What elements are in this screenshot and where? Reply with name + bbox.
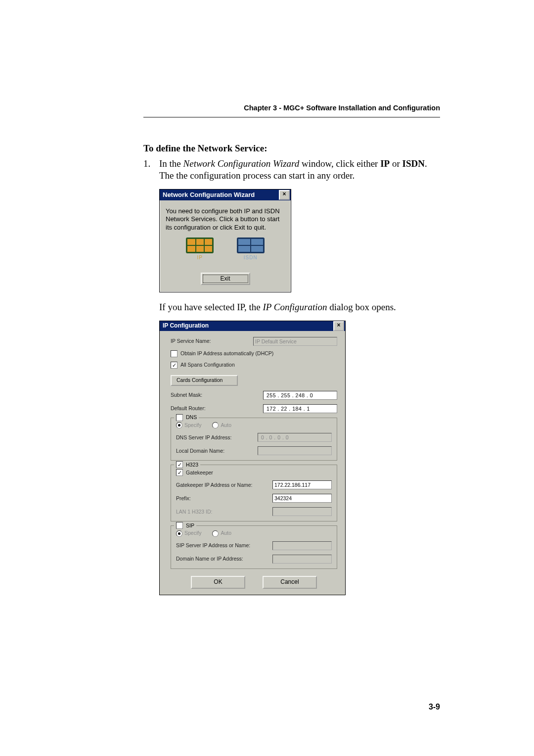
after-wizard-text: If you have selected IP, the IP Configur…: [159, 301, 440, 314]
service-name-label: IP Service Name:: [171, 338, 253, 345]
sip-domain-input[interactable]: [272, 555, 332, 564]
dns-group: DNS Specify Auto DNS Server IP Address: …: [171, 418, 337, 461]
chapter-header: Chapter 3 - MGC+ Software Installation a…: [143, 104, 440, 118]
ip-chip-icon: [186, 237, 214, 253]
subnet-input[interactable]: 255 . 255 . 248 . 0: [263, 391, 337, 400]
isdn-chip-icon: [237, 237, 265, 253]
dhcp-label: Obtain IP Address automatically (DHCP): [180, 350, 337, 357]
ip-configuration-dialog: IP Configuration × IP Service Name: IP D…: [159, 321, 346, 595]
dns-local-input[interactable]: [258, 446, 332, 455]
section-title: To define the Network Service:: [143, 142, 440, 155]
close-icon[interactable]: ×: [333, 321, 344, 331]
lan-h323-label: LAN 1 H323 ID:: [176, 509, 272, 516]
cards-configuration-button[interactable]: Cards Configuration: [171, 375, 238, 386]
dns-checkbox[interactable]: [176, 414, 183, 421]
dns-legend: DNS: [186, 414, 197, 421]
router-label: Default Router:: [171, 405, 263, 412]
h323-legend: H323: [186, 462, 198, 469]
gk-addr-label: Gatekeeper IP Address or Name:: [176, 482, 272, 489]
h323-group: H323 Gatekeeper Gatekeeper IP Address or…: [171, 465, 337, 521]
dns-specify-radio[interactable]: Specify: [176, 422, 201, 429]
prefix-label: Prefix:: [176, 495, 272, 502]
ip-button-label: IP: [186, 254, 214, 261]
isdn-button[interactable]: ISDN: [237, 237, 265, 261]
wizard-title: Network Configuration Wizard: [163, 191, 255, 199]
sip-server-input[interactable]: [272, 541, 332, 550]
step-number: 1.: [143, 158, 159, 595]
sip-server-label: SIP Server IP Address or Name:: [176, 542, 272, 549]
close-icon[interactable]: ×: [279, 190, 290, 200]
network-config-wizard-dialog: Network Configuration Wizard × You need …: [159, 189, 291, 292]
all-spans-checkbox[interactable]: [171, 362, 178, 369]
gatekeeper-checkbox[interactable]: [176, 469, 183, 476]
isdn-button-label: ISDN: [237, 254, 265, 261]
dns-server-label: DNS Server IP Address:: [176, 434, 258, 441]
gatekeeper-label: Gatekeeper: [186, 470, 332, 476]
ok-button[interactable]: OK: [191, 576, 245, 589]
page-number: 3-9: [429, 703, 440, 711]
cancel-button[interactable]: Cancel: [263, 576, 317, 589]
all-spans-label: All Spans Configuration: [180, 362, 337, 369]
sip-auto-radio[interactable]: Auto: [212, 530, 231, 537]
dns-server-input[interactable]: 0 . 0 . 0 . 0: [258, 433, 332, 442]
gk-addr-input[interactable]: 172.22.186.117: [272, 480, 332, 489]
router-input[interactable]: 172 . 22 . 184 . 1: [263, 404, 337, 413]
dhcp-checkbox[interactable]: [171, 350, 178, 357]
subnet-label: Subnet Mask:: [171, 392, 263, 399]
sip-specify-radio[interactable]: Specify: [176, 530, 201, 537]
sip-legend: SIP: [186, 522, 194, 529]
prefix-input[interactable]: 342324: [272, 494, 332, 503]
service-name-input[interactable]: IP Default Service: [253, 337, 337, 346]
ip-button[interactable]: IP: [186, 237, 214, 261]
exit-button[interactable]: Exit: [201, 273, 250, 285]
step-text: In the Network Configuration Wizard wind…: [159, 158, 440, 595]
lan-h323-input[interactable]: [272, 507, 332, 516]
wizard-message: You need to configure both IP and ISDN N…: [166, 207, 285, 232]
sip-domain-label: Domain Name or IP Address:: [176, 556, 272, 563]
sip-checkbox[interactable]: [176, 522, 183, 529]
sip-group: SIP Specify Auto SIP Server IP Address o…: [171, 525, 337, 569]
ipc-title: IP Configuration: [163, 322, 209, 330]
dns-auto-radio[interactable]: Auto: [212, 422, 231, 429]
dns-local-label: Local Domain Name:: [176, 448, 258, 455]
h323-checkbox[interactable]: [176, 461, 183, 468]
